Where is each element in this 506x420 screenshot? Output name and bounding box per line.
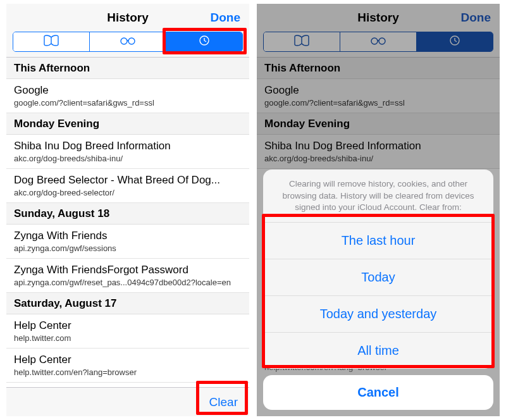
history-row-title: Google <box>14 84 242 97</box>
page-title: History <box>107 11 148 25</box>
action-sheet-message: Clearing will remove history, cookies, a… <box>263 170 493 223</box>
history-row-title: Zynga With Friends <box>14 230 242 242</box>
clear-option-today[interactable]: Today <box>263 259 493 296</box>
clear-option-all-time[interactable]: All time <box>263 333 493 369</box>
section-header: This Afternoon <box>6 58 249 79</box>
segmented-control-wrap <box>6 32 249 58</box>
history-row-url: akc.org/dog-breed-selector/ <box>14 188 242 197</box>
action-sheet-cancel[interactable]: Cancel <box>263 375 493 410</box>
history-row-url: api.zynga.com/gwf/sessions <box>14 244 242 253</box>
tab-history[interactable] <box>166 32 242 51</box>
tab-bookmarks[interactable] <box>13 32 90 51</box>
clear-option-last-hour[interactable]: The last hour <box>263 223 493 259</box>
history-row-title: Help Center <box>14 354 242 366</box>
history-row-url: help.twitter.com <box>14 333 242 343</box>
clock-icon <box>197 35 211 49</box>
history-row[interactable]: Zynga With Friends api.zynga.com/gwf/ses… <box>6 225 249 259</box>
history-row[interactable]: Google google.com/?client=safari&gws_rd=… <box>6 79 249 113</box>
segmented-control <box>13 32 243 52</box>
section-header: Saturday, August 17 <box>6 293 249 314</box>
history-row-url: google.com/?client=safari&gws_rd=ssl <box>14 98 242 108</box>
section-header: Monday Evening <box>6 113 249 135</box>
history-row-url: help.twitter.com/en?lang=browser <box>14 368 242 377</box>
history-row-title: Zynga With FriendsForgot Password <box>14 264 242 276</box>
glasses-icon <box>118 35 137 49</box>
history-row[interactable]: Zynga With FriendsForgot Password api.zy… <box>6 259 249 293</box>
svg-point-0 <box>121 38 127 44</box>
clear-action-sheet: Clearing will remove history, cookies, a… <box>263 170 493 410</box>
history-row[interactable]: Help Center help.twitter.com/en?lang=bro… <box>6 349 249 383</box>
history-screen-left: History Done This Afternoon <box>6 4 249 416</box>
clear-option-today-yesterday[interactable]: Today and yesterday <box>263 296 493 333</box>
history-row[interactable]: Shiba Inu Dog Breed Information akc.org/… <box>6 135 249 169</box>
svg-point-1 <box>128 38 135 44</box>
history-row-url: api.zynga.com/gwf/reset_pas...0494c97dbe… <box>14 278 242 287</box>
history-screen-right: History Done This Afternoon G <box>257 4 500 416</box>
tab-reading-list[interactable] <box>90 32 166 51</box>
history-row-url: akc.org/dog-breeds/shiba-inu/ <box>14 154 242 163</box>
action-sheet-main: Clearing will remove history, cookies, a… <box>263 170 493 369</box>
highlight-clear-button <box>196 381 248 415</box>
section-header: Sunday, August 18 <box>6 203 249 225</box>
book-icon <box>43 35 59 49</box>
history-list[interactable]: This Afternoon Google google.com/?client… <box>6 58 249 387</box>
history-row-title: Help Center <box>14 319 242 332</box>
history-row[interactable]: Dog Breed Selector - What Breed Of Dog..… <box>6 169 249 203</box>
history-row-title: Dog Breed Selector - What Breed Of Dog..… <box>14 174 242 187</box>
nav-header: History Done <box>6 4 249 32</box>
history-row-title: Shiba Inu Dog Breed Information <box>14 140 242 152</box>
done-button[interactable]: Done <box>211 11 241 25</box>
history-row[interactable]: Help Center help.twitter.com <box>6 314 249 349</box>
